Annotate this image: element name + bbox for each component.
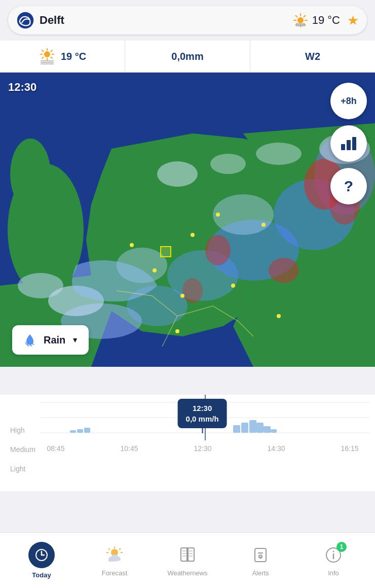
svg-rect-58 xyxy=(352,137,356,150)
time-label-1430: 14:30 xyxy=(261,444,291,453)
time-labels: 08:45 10:45 12:30 14:30 16:15 xyxy=(41,444,365,453)
svg-point-52 xyxy=(231,284,235,288)
chart-label-medium: Medium xyxy=(10,445,35,454)
book-icon xyxy=(179,547,196,563)
svg-point-95 xyxy=(333,551,334,552)
svg-point-38 xyxy=(269,258,299,283)
bar-chart-icon xyxy=(340,136,357,151)
stat-wind: W2 xyxy=(250,41,375,72)
temperature-value: 19 °C xyxy=(61,51,86,62)
radar-map[interactable]: 12:30 +8h ? Rain ▼ xyxy=(0,73,375,367)
app-logo-icon xyxy=(16,11,34,29)
svg-point-49 xyxy=(130,243,134,247)
alerts-icon xyxy=(252,546,269,564)
weathernews-icon-wrap xyxy=(176,544,199,566)
tab-today-label: Today xyxy=(32,571,51,579)
stats-row: 19 °C 0,0mm W2 xyxy=(0,41,375,73)
tab-today[interactable]: Today xyxy=(11,542,72,579)
location-marker xyxy=(160,246,171,257)
time-label-1615: 16:15 xyxy=(334,444,365,453)
tab-alerts-label: Alerts xyxy=(252,569,269,577)
map-controls: +8h ? xyxy=(330,83,367,204)
svg-rect-57 xyxy=(347,140,351,150)
time-label-1045: 10:45 xyxy=(114,444,144,453)
svg-rect-56 xyxy=(341,144,345,150)
svg-point-36 xyxy=(205,235,231,265)
alerts-icon-wrap xyxy=(249,544,272,566)
svg-line-6 xyxy=(295,16,297,17)
svg-rect-64 xyxy=(84,428,90,433)
plus-8h-button[interactable]: +8h xyxy=(330,83,367,119)
svg-rect-65 xyxy=(233,425,240,433)
time-label-0845: 08:45 xyxy=(41,444,71,453)
tab-alerts[interactable]: Alerts xyxy=(230,544,291,577)
tab-forecast[interactable]: Forecast xyxy=(84,544,145,577)
svg-line-19 xyxy=(51,57,52,59)
svg-rect-67 xyxy=(249,420,256,433)
tab-info-label: Info xyxy=(328,569,339,577)
svg-point-51 xyxy=(180,294,184,298)
map-svg xyxy=(0,73,375,367)
tooltip-time: 12:30 xyxy=(186,403,219,413)
rain-label: Rain xyxy=(44,334,65,346)
svg-point-13 xyxy=(44,51,50,57)
clock-icon xyxy=(35,548,48,562)
chart-tooltip: 12:30 0,0 mm/h xyxy=(178,399,227,428)
svg-line-79 xyxy=(119,548,121,550)
svg-point-1 xyxy=(297,17,304,23)
favorite-icon[interactable]: ★ xyxy=(347,13,359,28)
chart-label-light: Light xyxy=(10,465,35,473)
sun-icon xyxy=(293,13,308,28)
svg-rect-62 xyxy=(70,430,76,433)
svg-point-53 xyxy=(261,223,266,227)
svg-point-54 xyxy=(175,329,179,333)
svg-point-27 xyxy=(10,139,51,210)
header-left: Delft xyxy=(16,11,64,29)
svg-line-21 xyxy=(42,57,44,59)
svg-rect-66 xyxy=(241,423,248,433)
svg-point-37 xyxy=(182,278,203,303)
tab-info[interactable]: 1 Info xyxy=(303,544,364,577)
tab-weathernews[interactable]: Weathernews xyxy=(157,544,218,577)
svg-point-50 xyxy=(216,213,220,217)
city-name: Delft xyxy=(40,14,64,27)
svg-rect-63 xyxy=(77,429,83,433)
chart-label-high: High xyxy=(10,426,35,434)
svg-line-8 xyxy=(304,16,305,17)
svg-line-20 xyxy=(51,50,52,52)
rain-selector[interactable]: Rain ▼ xyxy=(12,325,89,355)
forecast-icon-wrap xyxy=(103,544,126,566)
svg-point-40 xyxy=(18,273,63,298)
stat-precipitation: 0,0mm xyxy=(125,41,250,72)
svg-point-48 xyxy=(191,233,195,237)
header-right: 19 °C ★ xyxy=(293,13,359,28)
header-bar: Delft 19 °C ★ xyxy=(8,6,367,34)
svg-line-18 xyxy=(42,50,44,52)
forecast-icon xyxy=(104,546,125,564)
svg-rect-69 xyxy=(264,426,271,433)
svg-point-42 xyxy=(213,194,274,235)
svg-line-77 xyxy=(108,548,110,550)
precipitation-value: 0,0mm xyxy=(171,51,203,62)
svg-point-43 xyxy=(157,161,198,187)
precipitation-chart: 12:30 0,0 mm/h High Medium Light xyxy=(0,395,375,491)
tab-weathernews-label: Weathernews xyxy=(167,569,207,577)
svg-point-45 xyxy=(256,143,302,165)
stat-temperature: 19 °C xyxy=(0,41,125,72)
header-temperature: 19 °C xyxy=(293,13,340,28)
stat-sun-icon xyxy=(39,48,56,65)
map-time-label: 12:30 xyxy=(8,81,36,94)
tab-forecast-label: Forecast xyxy=(102,569,128,577)
today-icon-circle xyxy=(28,542,55,568)
help-button[interactable]: ? xyxy=(330,168,367,204)
tooltip-value: 0,0 mm/h xyxy=(186,413,219,424)
svg-point-44 xyxy=(210,154,246,174)
tab-bar: Today Forecast xyxy=(0,532,375,588)
wind-value: W2 xyxy=(305,51,320,62)
svg-point-47 xyxy=(153,268,157,272)
chart-view-button[interactable] xyxy=(330,125,367,162)
chart-labels: High Medium Light xyxy=(10,426,35,473)
svg-point-55 xyxy=(277,314,281,318)
svg-rect-68 xyxy=(256,423,264,433)
info-badge: 1 xyxy=(336,542,347,552)
